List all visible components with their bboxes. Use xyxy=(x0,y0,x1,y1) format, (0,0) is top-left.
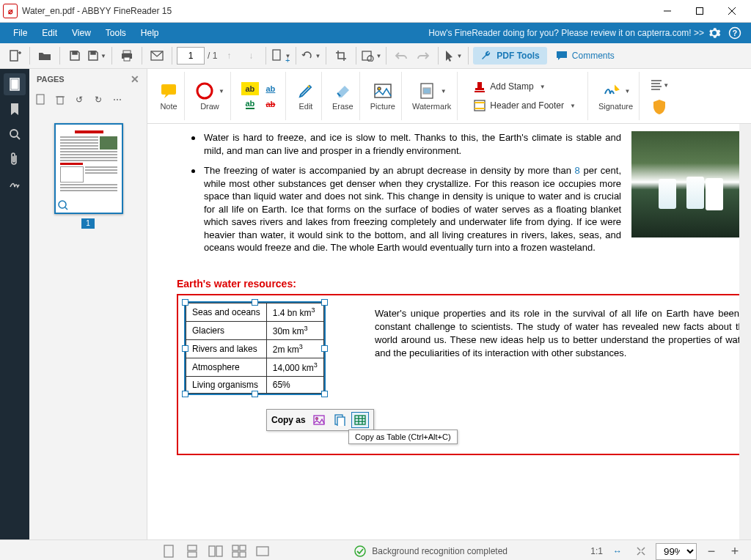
menu-view[interactable]: View xyxy=(65,23,98,43)
svg-rect-19 xyxy=(12,80,18,89)
more-icon[interactable]: ⋯ xyxy=(110,92,125,107)
rail-search[interactable] xyxy=(4,123,26,145)
ribbon-edit[interactable]: Edit xyxy=(290,72,322,120)
underline-icon[interactable]: ab xyxy=(262,83,279,95)
add-stamp-button[interactable]: Add Stamp▼ xyxy=(469,78,549,95)
recognized-icon xyxy=(58,200,68,210)
menu-file[interactable]: File xyxy=(6,23,34,43)
page-down-button[interactable]: ↓ xyxy=(241,45,261,66)
delete-page-icon[interactable] xyxy=(53,92,67,107)
pdf-tools-button[interactable]: PDF Tools xyxy=(473,47,546,65)
rail-signatures[interactable] xyxy=(4,173,26,195)
highlight-icon[interactable]: ab xyxy=(241,82,259,95)
save-as-button[interactable]: ▼ xyxy=(87,45,107,66)
view-two-page[interactable] xyxy=(207,542,224,560)
svg-point-30 xyxy=(378,87,381,90)
ribbon-signature[interactable]: ▼ Signature xyxy=(593,72,640,120)
copy-as-text-button[interactable] xyxy=(331,412,348,428)
help-icon[interactable]: ? xyxy=(725,23,745,43)
strikeout-green-icon[interactable]: ab xyxy=(241,98,259,110)
scale-label[interactable]: 1:1 xyxy=(590,546,603,556)
document-viewport[interactable]: Water is hard to freeze, and ice is slow… xyxy=(147,124,751,539)
view-continuous[interactable] xyxy=(183,542,201,560)
new-doc-button[interactable] xyxy=(4,45,25,66)
svg-point-25 xyxy=(59,201,66,208)
svg-rect-47 xyxy=(355,416,365,424)
svg-rect-10 xyxy=(91,51,95,54)
svg-point-20 xyxy=(10,130,18,137)
review-link[interactable]: How's FineReader doing for you? Please r… xyxy=(428,28,704,38)
document-page: Water is hard to freeze, and ice is slow… xyxy=(147,124,751,539)
status-text: Background recognition completed xyxy=(372,546,508,556)
crop-button[interactable] xyxy=(331,45,351,66)
rotate-right-icon[interactable]: ↻ xyxy=(91,92,106,107)
ribbon-note[interactable]: Note xyxy=(153,72,185,120)
table-selection[interactable]: Seas and oceans1.4 bn km3 Glaciers30m km… xyxy=(184,301,326,395)
window-title: Water_en.pdf - ABBYY FineReader 15 xyxy=(22,6,651,16)
zoom-in-button[interactable]: + xyxy=(726,542,744,560)
left-rail xyxy=(0,69,29,539)
close-panel-button[interactable]: ✕ xyxy=(131,73,139,85)
menu-help[interactable]: Help xyxy=(133,23,166,43)
redo-button[interactable] xyxy=(413,45,433,66)
settings-icon[interactable] xyxy=(704,23,725,43)
main-toolbar: ▼ / 1 ↑ ↓ +▼ ▼ ▼ ▼ PDF Tools Comments xyxy=(0,43,751,69)
rotate-left-icon[interactable]: ↺ xyxy=(72,92,87,107)
comments-label: Comments xyxy=(572,51,615,61)
svg-rect-55 xyxy=(209,546,215,556)
save-button[interactable] xyxy=(65,45,85,66)
svg-rect-27 xyxy=(161,84,176,95)
copy-as-image-button[interactable] xyxy=(310,412,328,428)
layout-icon[interactable]: ▼ xyxy=(650,75,669,95)
svg-line-26 xyxy=(65,207,67,210)
waterfall-image xyxy=(631,131,751,237)
email-button[interactable] xyxy=(147,45,167,66)
fit-page-button[interactable] xyxy=(632,542,650,560)
close-button[interactable] xyxy=(716,0,748,22)
section-title: Earth's water resources: xyxy=(177,278,751,290)
header-footer-button[interactable]: Header and Footer▼ xyxy=(469,97,580,114)
page-number-input[interactable] xyxy=(177,47,205,65)
maximize-button[interactable] xyxy=(684,0,716,22)
ribbon-erase[interactable]: Erase xyxy=(326,72,360,120)
svg-rect-57 xyxy=(232,545,238,550)
zoom-select[interactable]: 99% xyxy=(656,543,697,560)
svg-rect-32 xyxy=(423,88,431,94)
add-page-icon[interactable] xyxy=(34,92,48,107)
vertical-scrollbar[interactable] xyxy=(739,124,751,539)
rail-pages[interactable] xyxy=(4,73,26,95)
rail-bookmarks[interactable] xyxy=(4,98,26,120)
minimize-button[interactable] xyxy=(651,0,684,22)
rail-attachments[interactable] xyxy=(4,148,26,170)
fit-width-button[interactable]: ↔ xyxy=(609,542,626,560)
print-button[interactable] xyxy=(117,45,137,66)
copy-as-table-button[interactable] xyxy=(351,412,369,428)
menu-tools[interactable]: Tools xyxy=(98,23,133,43)
zoom-out-button[interactable]: − xyxy=(703,542,720,560)
svg-rect-1 xyxy=(697,8,703,15)
comments-button[interactable]: Comments xyxy=(549,48,622,64)
picture-icon xyxy=(373,81,392,100)
add-page-button[interactable]: +▼ xyxy=(271,45,291,66)
view-single-page[interactable] xyxy=(160,542,177,560)
pointer-button[interactable]: ▼ xyxy=(443,45,464,66)
shield-icon[interactable] xyxy=(650,97,669,117)
recognize-button[interactable]: ▼ xyxy=(361,45,381,66)
menu-edit[interactable]: Edit xyxy=(34,23,65,43)
page-up-button[interactable]: ↑ xyxy=(219,45,239,66)
undo-button[interactable] xyxy=(391,45,411,66)
ribbon-draw[interactable]: ▼ Draw xyxy=(189,72,231,120)
pages-panel-title: PAGES xyxy=(37,75,65,84)
ribbon-watermark[interactable]: ▼ Watermark xyxy=(406,72,458,120)
strikeout-red-icon[interactable]: ab xyxy=(262,98,279,110)
svg-rect-58 xyxy=(240,545,246,550)
view-two-continuous[interactable] xyxy=(230,542,248,560)
ribbon-picture[interactable]: Picture xyxy=(364,72,402,120)
open-button[interactable] xyxy=(34,45,55,66)
view-fullscreen[interactable] xyxy=(254,542,271,560)
page-thumbnail[interactable] xyxy=(54,123,123,214)
copy-as-tooltip: Copy as Table (Ctrl+Alt+C) xyxy=(348,430,458,444)
thumb-page-number: 1 xyxy=(81,218,95,229)
rotate-button[interactable]: ▼ xyxy=(301,45,321,66)
page-total: / 1 xyxy=(208,51,217,61)
